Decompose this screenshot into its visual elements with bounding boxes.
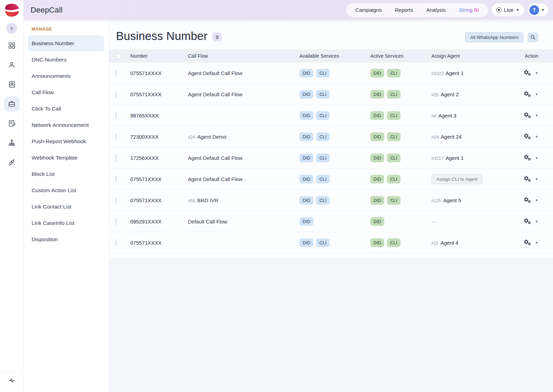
available-services-cell: DIDCLI [299,154,370,162]
assign-agent-cell: #3323Agent 1 [431,70,522,76]
available-services-cell: DIDCLI [299,90,370,99]
gears-icon [523,197,533,204]
call-flow-cell: Agent Default Call Flow [188,91,299,97]
gears-icon [523,175,533,182]
row-checkbox[interactable] [116,91,116,98]
active-services-cell: DIDCLI [370,132,431,141]
chevron-down-icon: ▼ [535,220,538,223]
active-services-cell: DIDCLI [370,90,431,99]
number-cell: 075571XXXX [130,70,188,76]
rail-bottom [0,373,24,392]
sidebar: MANAGE Business NumberDNC NumbersAnnounc… [24,20,109,392]
row-checkbox[interactable] [116,155,116,161]
sidebar-item-click-to-call[interactable]: Click To Call [28,100,104,117]
sidebar-item-webhook-template[interactable]: Webhook Template [28,149,104,166]
briefcase-icon[interactable] [4,96,19,112]
live-label: Live [504,7,514,13]
sidebar-item-call-flow[interactable]: Call Flow [28,84,104,100]
row-checkbox-cell [116,219,130,224]
sidebar-item-announcements[interactable]: Announcements [28,68,104,84]
row-checkbox[interactable] [116,176,116,182]
sidebar-item-custom-action-list[interactable]: Custom Action List [28,182,104,198]
active-badge-did: DID [370,111,384,120]
all-whatsapp-numbers-button[interactable]: All WhatsApp Numbers [465,32,523,42]
call-flow-cell: Agent Default Call Flow [188,155,299,161]
available-badge-did: DID [299,69,313,77]
sidebar-item-push-report-webhook[interactable]: Push-Report Webhook [28,133,104,149]
integrations-icon[interactable] [4,155,19,170]
row-actions-button[interactable]: ▼ [523,175,538,182]
sidebar-item-link-contact-list[interactable]: Link Contact List [28,198,104,215]
chevron-down-icon: ▼ [535,241,538,245]
assign-agent-cell: #11Agent 4 [431,240,522,246]
active-badge-cli: CLI [387,111,400,120]
sidebar-item-block-list[interactable]: Block List [28,166,104,182]
sidebar-expand-button[interactable] [6,23,17,34]
row-checkbox[interactable] [116,70,116,76]
users-icon[interactable] [4,57,19,73]
available-services-cell: DID [299,217,370,226]
row-actions-button[interactable]: ▼ [523,91,538,98]
sidebar-item-link-caseinfo-list[interactable]: Link CaseInfo List [28,215,104,231]
active-services-cell: DIDCLI [370,154,431,162]
sidebar-item-dnc-numbers[interactable]: DNC Numbers [28,51,104,68]
brand-name: DeepCall [24,6,63,15]
call-flow-cell: Agent Default Call Flow [188,176,299,182]
row-checkbox[interactable] [116,239,116,246]
chevron-down-icon: ▼ [535,135,538,139]
nav-string-bi[interactable]: String BI [459,7,479,13]
nav-reports[interactable]: Reports [395,7,413,13]
available-badge-cli: CLI [316,90,329,99]
chevron-down-icon: ▼ [516,8,519,12]
agent-empty-value: --- [431,219,438,224]
row-checkbox-cell [116,240,130,246]
agent-id: #11 [431,241,438,246]
sidebar-item-disposition[interactable]: Disposition [28,231,104,247]
sidebar-item-business-number[interactable]: Business Number [28,35,104,51]
row-checkbox[interactable] [116,197,116,204]
notes-icon[interactable] [4,116,19,131]
live-selector[interactable]: Live ▼ [492,3,524,16]
agent-id: #3217 [431,156,444,161]
call-flow-name: Agent Demo [197,134,226,140]
agent-id: #24 [431,135,439,140]
assign-agent-cell: #25Agent 2 [431,91,522,97]
user-menu[interactable]: T ▼ [528,3,548,16]
row-actions-button[interactable]: ▼ [523,197,538,204]
active-badge-did: DID [370,132,384,141]
call-flow-cell: #24Agent Demo [188,134,299,140]
active-services-cell: DIDCLI [370,69,431,77]
column-active-services: Active Services [370,53,431,59]
row-actions-button[interactable]: ▼ [523,239,538,246]
row-checkbox[interactable] [116,218,116,225]
gears-icon [523,70,533,76]
row-checkbox[interactable] [116,112,116,119]
sidebar-item-network-announcement[interactable]: Network Announcement [28,117,104,133]
row-checkbox-cell [116,113,130,119]
select-all-checkbox[interactable] [116,53,122,59]
active-services-cell: DIDCLI [370,111,431,120]
row-actions-button[interactable]: ▼ [523,154,538,161]
row-actions-button[interactable]: ▼ [523,112,538,119]
column-call-flow: Call Flow [188,53,299,59]
contacts-icon[interactable] [4,77,19,92]
hierarchy-icon[interactable] [4,135,19,150]
search-button[interactable] [528,32,538,42]
row-checkbox-cell [116,70,130,76]
dashboard-icon[interactable] [4,38,19,53]
activity-icon[interactable] [8,377,16,384]
agent-id: #3323 [431,71,444,76]
row-actions-button[interactable]: ▼ [523,70,538,76]
gears-icon [523,218,533,225]
number-cell: 095291XXXX [130,219,188,224]
row-actions-button[interactable]: ▼ [523,218,538,225]
row-actions-button[interactable]: ▼ [523,133,538,140]
agent-id: #25 [431,92,439,97]
call-flow-id: #55 [188,198,195,203]
row-checkbox[interactable] [116,133,116,140]
nav-analysis[interactable]: Analysis [426,7,446,13]
nav-campaigns[interactable]: Campaigns [355,7,382,13]
call-flow-name: Agent Default Call Flow [188,70,242,76]
assign-cli-to-agent-button[interactable]: Assign CLI to Agent [431,174,482,184]
chevron-down-icon: ▼ [535,198,538,202]
